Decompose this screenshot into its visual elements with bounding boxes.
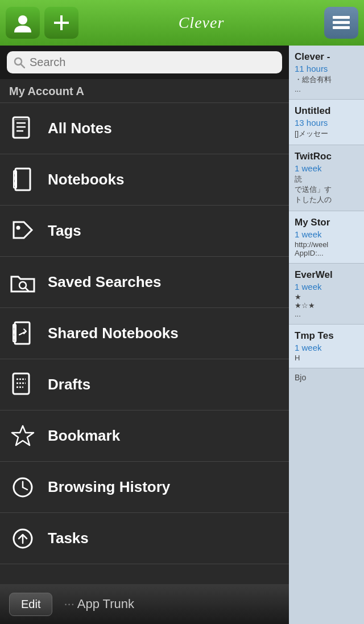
svg-point-0 [18,15,27,24]
nav-item-drafts[interactable]: Drafts [0,359,289,410]
svg-rect-15 [14,171,16,174]
document-icon [9,115,36,142]
svg-rect-25 [13,336,16,339]
user-button[interactable] [6,7,40,39]
star-icon [9,422,36,450]
account-label: My Account A [0,79,289,103]
note-time-1: 11 hours [295,64,358,73]
app-header: Clever [0,0,364,46]
note-preview-5a: ★ [295,293,358,301]
svg-rect-24 [13,330,16,334]
note-preview-1b: ... [295,85,358,93]
app-title: Clever [83,14,320,32]
drafts-label: Drafts [48,376,90,393]
search-folder-icon [9,269,36,296]
svg-rect-16 [14,176,16,180]
note-time-2: 13 hours [295,118,358,128]
note-item-4[interactable]: My Stor 1 week http://weel AppID:... [289,211,364,264]
note-preview-2: []メッセー [295,129,358,139]
browsing-history-label: Browsing History [48,478,170,496]
note-preview-1: ・総合有料 [295,75,358,85]
search-bar [0,46,289,79]
nav-item-all-notes[interactable]: All Notes [0,103,289,154]
svg-line-33 [23,487,27,490]
svg-point-18 [16,225,20,229]
note-preview-3c: トした人の [295,195,358,205]
nav-item-tags[interactable]: Tags [0,206,289,257]
list-view-button[interactable] [324,7,358,39]
app-trunk-label: ··· App Trunk [64,597,134,611]
note-title-4: My Stor [295,217,358,228]
person-icon [13,13,32,32]
nav-item-saved-searches[interactable]: Saved Searches [0,257,289,308]
bottom-bar: Edit ··· App Trunk [0,584,289,624]
tags-label: Tags [48,222,81,240]
nav-item-browsing-history[interactable]: Browsing History [0,462,289,513]
clock-icon [9,474,36,501]
nav-item-notebooks[interactable]: Notebooks [0,154,289,206]
left-panel: My Account A All Notes [0,46,289,624]
edit-button[interactable]: Edit [9,593,52,616]
bookmark-label: Bookmark [48,427,120,445]
note-title-2: Untitled [295,105,358,117]
svg-rect-13 [15,169,30,190]
svg-rect-17 [14,182,16,186]
note-preview-4b: AppID:... [295,249,358,257]
note-preview-3a: 読 [295,174,358,184]
note-item-3[interactable]: TwitRoc 1 week 読 で送信」す トした人の [289,145,364,211]
note-preview-4a: http://weel [295,240,358,249]
add-button[interactable] [44,7,78,39]
note-item-5[interactable]: EverWel 1 week ★ ★☆★ ... [289,264,364,325]
note-time-3: 1 week [295,163,358,173]
drafts-icon [9,371,36,399]
svg-rect-23 [13,325,16,328]
svg-rect-5 [333,26,350,29]
svg-rect-3 [333,16,350,19]
note-item-2[interactable]: Untitled 13 hours []メッセー [289,100,364,145]
note-item-1[interactable]: Clever - 11 hours ・総合有料 ... [289,46,364,100]
note-title-3: TwitRoc [295,151,358,162]
note-preview-3b: で送信」す [295,184,358,195]
svg-line-7 [21,64,24,68]
nav-item-bookmark[interactable]: Bookmark [0,410,289,462]
note-title-6: Tmp Tes [295,330,358,342]
right-panel: Clever - 11 hours ・総合有料 ... Untitled 13 … [289,46,364,624]
search-input[interactable] [30,56,275,69]
shared-notebook-icon [9,320,36,347]
shared-notebooks-label: Shared Notebooks [48,325,179,342]
nav-item-tasks[interactable]: Tasks [0,513,289,564]
tag-icon [9,217,36,245]
tasks-label: Tasks [48,529,89,547]
svg-rect-4 [333,21,350,24]
note-time-6: 1 week [295,343,358,352]
note-preview-5b: ★☆★ [295,301,358,310]
svg-marker-30 [12,426,34,445]
upload-icon [9,525,36,552]
search-icon [14,57,25,68]
note-title-1: Clever - [295,51,358,63]
note-extra: Bjo [289,368,364,387]
note-preview-5c: ... [295,310,358,318]
note-title-5: EverWel [295,269,358,281]
all-notes-label: All Notes [48,120,112,137]
content-area: My Account A All Notes [0,46,364,624]
svg-line-20 [26,288,28,291]
note-preview-6a: H [295,354,358,362]
note-item-6[interactable]: Tmp Tes 1 week H [289,325,364,368]
note-time-5: 1 week [295,282,358,292]
search-input-wrap[interactable] [7,51,282,73]
list-icon [332,15,351,31]
nav-list: All Notes Notebooks [0,103,289,584]
notebooks-label: Notebooks [48,171,124,188]
plus-icon [52,13,71,32]
nav-item-shared-notebooks[interactable]: Shared Notebooks [0,308,289,359]
note-time-4: 1 week [295,229,358,239]
notebook-icon [9,166,36,194]
saved-searches-label: Saved Searches [48,273,161,291]
svg-rect-2 [54,22,69,24]
